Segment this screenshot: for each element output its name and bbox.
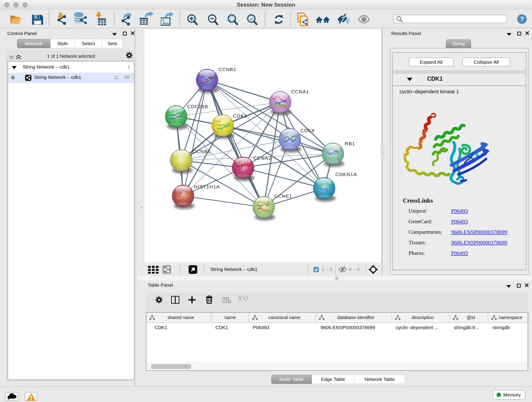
svg-text:CDK1: CDK1 (233, 113, 247, 119)
svg-text:CDC6: CDC6 (300, 128, 315, 133)
svg-text:HIST1H1A: HIST1H1A (194, 184, 220, 189)
svg-text:CCNA1: CCNA1 (291, 89, 309, 94)
svg-text:?: ? (520, 15, 524, 22)
svg-text:CCNB1: CCNB1 (193, 149, 211, 154)
svg-text:CDKN1A: CDKN1A (336, 172, 357, 177)
svg-text:RB1: RB1 (345, 141, 355, 146)
svg-text:CCNB2: CCNB2 (218, 67, 236, 72)
svg-text:CCNA2: CCNA2 (253, 155, 272, 161)
svg-text:CCNE1: CCNE1 (274, 193, 292, 199)
svg-text:CDC25B: CDC25B (187, 104, 208, 109)
